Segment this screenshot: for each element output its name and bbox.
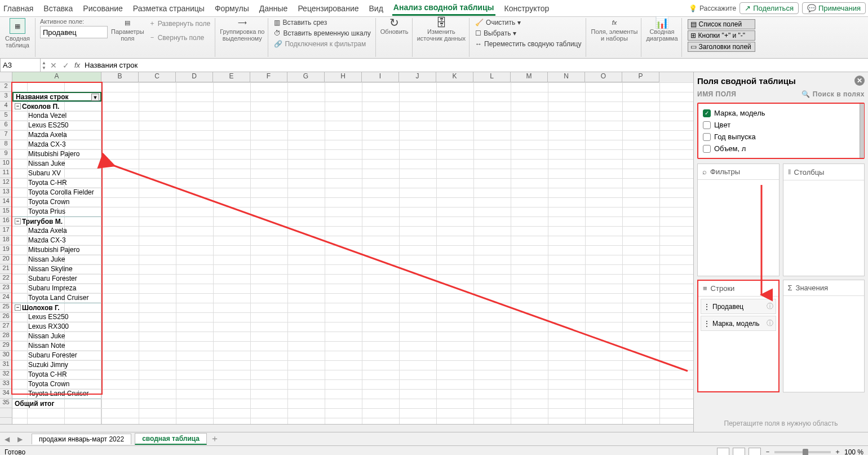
tab-3[interactable]: Разметка страницы bbox=[132, 2, 206, 15]
checkbox-icon[interactable] bbox=[703, 121, 711, 129]
pivot-row[interactable]: Toyota Crown bbox=[12, 197, 101, 207]
pivot-row[interactable]: Mazda Axela bbox=[12, 130, 101, 140]
select-all-corner[interactable] bbox=[0, 72, 12, 82]
pivot-row[interactable]: Lexus ES250 bbox=[12, 312, 101, 322]
column-header[interactable]: N bbox=[548, 72, 585, 82]
sheet-nav-prev[interactable]: ◀ bbox=[2, 435, 12, 443]
cancel-formula-icon[interactable]: ✕ bbox=[47, 61, 60, 70]
row-header[interactable]: 24 bbox=[0, 293, 12, 303]
values-zone[interactable]: ΣЗначения bbox=[783, 280, 865, 392]
row-header[interactable]: 14 bbox=[0, 197, 12, 207]
zone-item[interactable]: ⋮ Продавец ⓘ bbox=[701, 299, 776, 314]
info-icon[interactable]: ⓘ bbox=[767, 302, 773, 311]
pivot-row[interactable]: Subaru Forester bbox=[12, 274, 101, 284]
normal-view-icon[interactable] bbox=[717, 448, 729, 456]
pivot-row[interactable]: Nissan Juke bbox=[12, 159, 101, 169]
row-header[interactable]: 15 bbox=[0, 207, 12, 217]
collapse-icon[interactable]: − bbox=[15, 304, 21, 311]
row-header[interactable]: 7 bbox=[0, 130, 12, 140]
fields-items-button[interactable]: fx Поля, элементы и наборы bbox=[591, 18, 637, 42]
tab-2[interactable]: Рисование bbox=[82, 2, 124, 15]
row-header[interactable]: 35 bbox=[0, 399, 12, 408]
zoom-level[interactable]: 100 % bbox=[844, 448, 863, 456]
collapse-field-button[interactable]: － Свернуть поле bbox=[148, 32, 212, 43]
field-row[interactable]: ✓Марка, модель bbox=[701, 107, 861, 119]
row-header[interactable]: 18 bbox=[0, 236, 12, 245]
sheet-nav-next[interactable]: ▶ bbox=[15, 435, 25, 443]
column-header[interactable]: L bbox=[473, 72, 511, 82]
insert-timeline-button[interactable]: ⏱ Вставить временную шкалу bbox=[273, 29, 371, 38]
row-header[interactable]: 31 bbox=[0, 360, 12, 370]
refresh-button[interactable]: ↻ Обновить bbox=[380, 18, 409, 35]
collapse-icon[interactable]: − bbox=[15, 218, 21, 224]
pivot-row[interactable]: Nissan Skyline bbox=[12, 264, 101, 274]
row-header[interactable]: 22 bbox=[0, 274, 12, 284]
row-header[interactable]: 19 bbox=[0, 245, 12, 255]
formula-input[interactable]: Названия строк bbox=[82, 61, 868, 69]
close-panel-icon[interactable]: ✕ bbox=[854, 76, 865, 86]
row-header[interactable]: 21 bbox=[0, 264, 12, 274]
plus-minus-toggle[interactable]: ⊞ Кнопки "+" и "-" bbox=[688, 30, 755, 41]
pivot-row[interactable]: Suzuki Jimny bbox=[12, 360, 101, 370]
column-header[interactable]: I bbox=[362, 72, 399, 82]
pivot-row[interactable]: Mazda CX-3 bbox=[12, 140, 101, 149]
move-button[interactable]: ↔ Переместить сводную таблицу bbox=[474, 39, 582, 48]
row-header[interactable]: 23 bbox=[0, 284, 12, 293]
tab-4[interactable]: Формулы bbox=[214, 2, 250, 15]
row-header[interactable]: 28 bbox=[0, 332, 12, 341]
checkbox-icon[interactable]: ✓ bbox=[703, 109, 711, 117]
field-row[interactable]: Год выпуска bbox=[701, 131, 861, 143]
insert-slicer-button[interactable]: ▥ Вставить срез bbox=[273, 18, 371, 27]
tab-9[interactable]: Конструктор bbox=[503, 2, 551, 15]
horizontal-scrollbar[interactable] bbox=[0, 424, 693, 432]
sheet-tab[interactable]: продажи январь-март 2022 bbox=[32, 434, 131, 444]
pivot-row[interactable]: Toyota C-HR bbox=[12, 370, 101, 379]
select-button[interactable]: ☐ Выбрать ▾ bbox=[474, 29, 582, 38]
active-field-input[interactable] bbox=[40, 26, 108, 38]
filter-dropdown-icon[interactable]: ▼ bbox=[91, 94, 99, 101]
pivot-row[interactable]: Toyota Prius bbox=[12, 207, 101, 217]
row-header[interactable]: 17 bbox=[0, 226, 12, 236]
row-header[interactable]: 33 bbox=[0, 379, 12, 389]
column-header[interactable]: B bbox=[101, 72, 139, 82]
row-header[interactable]: 29 bbox=[0, 341, 12, 351]
change-source-button[interactable]: 🗄 Изменить источник данных bbox=[417, 18, 466, 42]
pivot-row[interactable]: Lexus RX300 bbox=[12, 322, 101, 332]
pivot-row[interactable]: −Шолохов Г. bbox=[12, 303, 101, 312]
page-layout-view-icon[interactable] bbox=[733, 448, 745, 456]
tab-8[interactable]: Анализ сводной таблицы bbox=[392, 1, 495, 16]
sheet-tab[interactable]: сводная таблица bbox=[135, 433, 207, 445]
columns-zone[interactable]: ⦀Столбцы bbox=[783, 164, 865, 276]
tab-5[interactable]: Данные bbox=[258, 2, 289, 15]
field-row[interactable]: Цвет bbox=[701, 119, 861, 131]
pivot-chart-button[interactable]: 📊 Сводная диаграмма bbox=[646, 18, 677, 42]
zone-item[interactable]: ⋮ Марка, модель ⓘ bbox=[701, 316, 776, 331]
comments-button[interactable]: 💬 Примечания bbox=[802, 2, 866, 14]
tab-7[interactable]: Вид bbox=[368, 2, 384, 15]
zoom-out-button[interactable]: － bbox=[764, 447, 771, 455]
add-sheet-button[interactable]: ＋ bbox=[210, 433, 219, 445]
row-header[interactable]: 8 bbox=[0, 140, 12, 149]
column-header[interactable]: E bbox=[213, 72, 250, 82]
pivot-row[interactable]: Nissan Juke bbox=[12, 255, 101, 264]
pivot-row[interactable]: Nissan Juke bbox=[12, 332, 101, 341]
pivot-row[interactable]: Toyota C-HR bbox=[12, 178, 101, 188]
clear-button[interactable]: 🧹 Очистить ▾ bbox=[474, 18, 582, 27]
group-selection-button[interactable]: ⟶ Группировка по выделенному bbox=[220, 18, 264, 42]
pivot-row[interactable]: Toyota Crown bbox=[12, 379, 101, 389]
row-header[interactable]: 25 bbox=[0, 303, 12, 312]
pivot-row[interactable]: Mitsubishi Pajero bbox=[12, 149, 101, 159]
row-header[interactable]: 16 bbox=[0, 217, 12, 226]
tab-1[interactable]: Вставка bbox=[42, 2, 74, 15]
pivot-row[interactable]: Toyota Corolla Fielder bbox=[12, 188, 101, 197]
tab-6[interactable]: Рецензирование bbox=[296, 2, 360, 15]
accept-formula-icon[interactable]: ✓ bbox=[60, 61, 72, 70]
field-list-scrollbar[interactable] bbox=[860, 104, 864, 158]
cells-grid[interactable]: Названия строк▼−Соколов П.Honda VezelLex… bbox=[12, 82, 693, 424]
pivot-row[interactable]: Honda Vezel bbox=[12, 111, 101, 121]
name-box[interactable]: A3 bbox=[0, 59, 41, 72]
collapse-icon[interactable]: − bbox=[15, 103, 21, 109]
name-box-stepper[interactable]: ▲▼ bbox=[41, 60, 47, 70]
column-header[interactable]: P bbox=[622, 72, 659, 82]
field-list-toggle[interactable]: ▤ Список полей bbox=[688, 19, 755, 29]
